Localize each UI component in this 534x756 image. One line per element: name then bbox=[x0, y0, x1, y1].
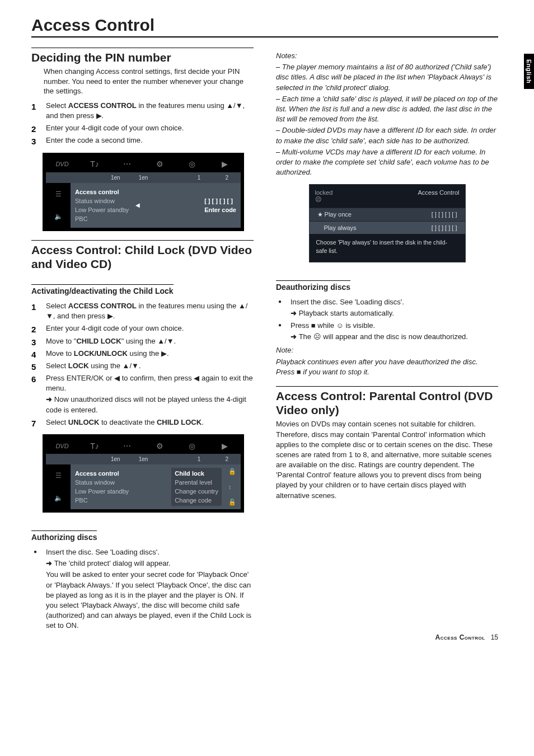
auth-r1: The 'child protect' dialog will appear. bbox=[46, 558, 254, 569]
notes-n2: – Each time a 'child safe' disc is playe… bbox=[276, 94, 498, 125]
notes-n3: – Double-sided DVDs may have a different… bbox=[276, 125, 498, 145]
sec-deciding-pin: Deciding the PIN number bbox=[31, 48, 254, 64]
osd2-menu-low-power: Low Power standby bbox=[75, 488, 129, 495]
osd1-audio-icon: T♪ bbox=[78, 159, 111, 168]
cl-step-7: Select UNLOCK to deactivate the CHILD LO… bbox=[31, 417, 254, 428]
deauth-r2: The ☹ will appear and the disc is now de… bbox=[291, 332, 498, 342]
sub-deauthorizing: Deauthorizing discs bbox=[276, 280, 350, 292]
deauth-b1: Insert the disc. See 'Loading discs'. Pl… bbox=[276, 297, 498, 318]
osd1-menu-pbc: PBC bbox=[75, 215, 129, 222]
deauth-note: Note: Playback continues even after you … bbox=[276, 345, 498, 377]
osd2-sub2: 1en bbox=[129, 454, 157, 464]
cl-step-3: Move to "CHILD LOCK" using the ▲/▼. bbox=[31, 336, 254, 346]
osd1-sub1: 1en bbox=[101, 173, 129, 183]
deauth-note-body: Playback continues even after you have d… bbox=[276, 357, 498, 377]
notes-n1: – The player memory maintains a list of … bbox=[276, 62, 498, 93]
osd1-left-icon-a: ☰ bbox=[55, 190, 62, 198]
dialog-playalways: Play always bbox=[317, 224, 357, 231]
cl-step-6-result: Now unauthorized discs will not be playe… bbox=[46, 395, 254, 415]
osd2-sub-parental: Parental level bbox=[175, 479, 218, 486]
pin-step-2: Enter your 4-digit code of your own choi… bbox=[31, 123, 254, 133]
deauth-b2: Press ■ while ☺ is visible. The ☹ will a… bbox=[276, 321, 498, 342]
osd1-code-boxes: [ ] [ ] [ ] [ ] bbox=[204, 198, 236, 204]
notes-h: Notes: bbox=[276, 51, 498, 61]
cl-step-5: Select LOCK using the ▲/▼. bbox=[31, 361, 254, 371]
osd2-zoom-icon: ◎ bbox=[176, 442, 208, 450]
dialog-title: Access Control bbox=[418, 189, 460, 203]
osd-childlock-screenshot: DVD T♪ ⋯ ⚙ ◎ ▶ 1en 1en 1 2 ☰ bbox=[43, 434, 244, 513]
footer-title: Access Control bbox=[435, 633, 485, 641]
osd1-enter-code: Enter code bbox=[204, 206, 236, 213]
osd2-menu-pbc: PBC bbox=[75, 497, 129, 504]
osd1-sub3: 1 bbox=[185, 173, 213, 183]
columns: Deciding the PIN number When changing Ac… bbox=[31, 48, 498, 633]
cl-step-2: Enter your 4-digit code of your own choi… bbox=[31, 323, 254, 334]
osd1-arrow-icon: ▶ bbox=[208, 159, 241, 168]
right-column: Notes: – The player memory maintains a l… bbox=[276, 48, 498, 633]
osd2-left-icon-a: ☰ bbox=[55, 472, 62, 480]
dialog-playalways-code: [ ] [ ] [ ] [ ] bbox=[432, 224, 457, 231]
footer: Access Control 15 bbox=[435, 633, 498, 641]
auth-b1: Insert the disc. See 'Loading discs'. Th… bbox=[31, 547, 254, 631]
page: Access Control Deciding the PIN number W… bbox=[0, 0, 534, 656]
childlock-steps: Select ACCESS CONTROL in the features me… bbox=[31, 301, 254, 428]
osd2-sub-childlock: Child lock bbox=[175, 470, 218, 477]
pin-intro: When changing Access control settings, f… bbox=[44, 67, 254, 96]
osd2-dvd-tab: DVD bbox=[46, 443, 78, 449]
osd1-sub4: 2 bbox=[213, 173, 241, 183]
page-title: Access Control bbox=[31, 16, 498, 37]
notes-n4: – Multi-volume VCDs may have a different… bbox=[276, 147, 498, 178]
osd2-menu-access-control: Access control bbox=[75, 470, 129, 477]
osd2-lock-icon: 🔒 bbox=[228, 468, 236, 475]
auth-p1: You will be asked to enter your secret c… bbox=[46, 570, 251, 630]
osd2-sub-code: Change code bbox=[175, 497, 218, 504]
deauth-r1: Playback starts automatically. bbox=[291, 308, 498, 318]
osd1-menu-low-power: Low Power standby bbox=[75, 206, 129, 213]
parental-body: Movies on DVDs may contain scenes not su… bbox=[276, 419, 498, 501]
dialog-locked: locked bbox=[315, 189, 333, 196]
dialog-playonce: ★ Play once bbox=[317, 211, 352, 218]
footer-page: 15 bbox=[491, 633, 498, 641]
cl-step-1: Select ACCESS CONTROL in the features me… bbox=[31, 301, 254, 321]
osd1-angle-icon: ⚙ bbox=[143, 159, 176, 168]
osd2-angle-icon: ⚙ bbox=[143, 442, 176, 450]
notes-block: Notes: – The player memory maintains a l… bbox=[276, 51, 498, 177]
osd2-sub4: 2 bbox=[213, 454, 241, 464]
osd1-menu-access-control: Access control bbox=[75, 189, 129, 195]
osd2-arrow-icon: ▶ bbox=[208, 442, 241, 450]
osd-pin-screenshot: DVD T♪ ⋯ ⚙ ◎ ▶ 1en 1en 1 2 bbox=[43, 153, 244, 231]
osd2-unlock-icon: 🔓 bbox=[228, 499, 236, 506]
osd1-caret: ◀ bbox=[135, 202, 141, 208]
osd2-arrows-icon: ↕ bbox=[228, 483, 236, 490]
dialog-foot: Choose 'Play always' to insert the disk … bbox=[310, 234, 465, 261]
deauth-bullets: Insert the disc. See 'Loading discs'. Pl… bbox=[276, 297, 498, 342]
osd2-left-icon-b: 🔈 bbox=[54, 494, 63, 502]
osd2-audio-icon: T♪ bbox=[78, 442, 111, 450]
osd1-menu-status-window: Status window bbox=[75, 198, 129, 204]
pin-steps: Select ACCESS CONTROL in the features me… bbox=[31, 101, 254, 146]
auth-bullets: Insert the disc. See 'Loading discs'. Th… bbox=[31, 547, 254, 631]
deauth-note-h: Note: bbox=[276, 345, 498, 355]
sec-parental: Access Control: Parental Control (DVD Vi… bbox=[276, 386, 498, 417]
osd2-menu-status-window: Status window bbox=[75, 479, 129, 486]
osd1-dvd-tab: DVD bbox=[46, 161, 78, 167]
pin-step-1: Select ACCESS CONTROL in the features me… bbox=[31, 101, 254, 121]
cl-step-4: Move to LOCK/UNLOCK using the ▶. bbox=[31, 349, 254, 359]
osd2-sub1: 1en bbox=[101, 454, 129, 464]
dialog-playonce-code: [ ] [ ] [ ] [ ] bbox=[432, 211, 457, 218]
sub-authorizing: Authorizing discs bbox=[31, 530, 97, 542]
dialog-face-icon: ☹ bbox=[315, 196, 321, 203]
pin-step-3: Enter the code a second time. bbox=[31, 135, 254, 145]
sub-activating-child-lock: Activating/deactivating the Child Lock bbox=[31, 284, 174, 295]
osd-childprotect-dialog: locked ☹ Access Control ★ Play once [ ] … bbox=[309, 184, 466, 262]
osd2-sub3: 1 bbox=[185, 454, 213, 464]
cl-step-6: Press ENTER/OK or ◀ to confirm, then pre… bbox=[31, 373, 254, 415]
osd1-zoom-icon: ◎ bbox=[176, 159, 208, 168]
osd2-subtitle-icon: ⋯ bbox=[111, 442, 143, 450]
osd1-subtitle-icon: ⋯ bbox=[111, 159, 143, 168]
left-column: Deciding the PIN number When changing Ac… bbox=[31, 48, 254, 633]
osd2-sub-country: Change country bbox=[175, 488, 218, 495]
osd1-left-icon-b: 🔈 bbox=[54, 213, 63, 220]
sec-child-lock: Access Control: Child Lock (DVD Video an… bbox=[31, 240, 254, 271]
osd1-sub2: 1en bbox=[129, 173, 157, 183]
